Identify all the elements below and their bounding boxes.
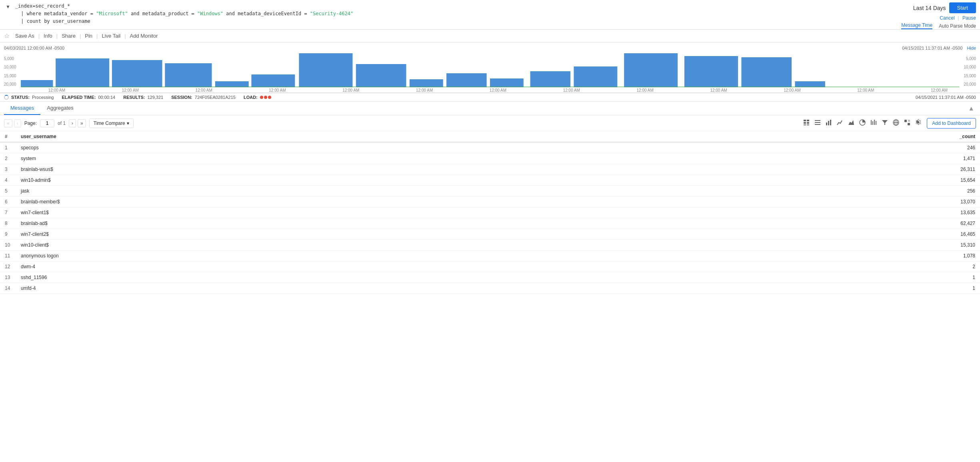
save-as-button[interactable]: Save As bbox=[12, 31, 38, 40]
favorite-button[interactable]: ☆ bbox=[4, 31, 12, 40]
auto-parse-option[interactable]: Auto Parse Mode bbox=[939, 23, 976, 29]
cell-num: 2 bbox=[0, 153, 16, 164]
chart-area: 04/03/2021 12:00:00 AM -0500 04/15/2021 … bbox=[0, 42, 980, 93]
load-dot-1 bbox=[260, 96, 263, 99]
cell-count: 13,635 bbox=[650, 207, 980, 218]
pin-button[interactable]: Pin bbox=[82, 31, 96, 40]
svg-rect-11 bbox=[530, 71, 571, 87]
cell-num: 1 bbox=[0, 142, 16, 153]
live-tail-button[interactable]: Live Tail bbox=[98, 31, 124, 40]
area-chart-button[interactable] bbox=[846, 118, 856, 129]
cell-username: system bbox=[16, 153, 650, 164]
cell-username: brainlab-member$ bbox=[16, 197, 650, 207]
pivot-button[interactable] bbox=[902, 118, 912, 129]
status-right: 04/15/2021 11:37:01 AM -0500 bbox=[916, 95, 976, 100]
col-header-username[interactable]: user_username bbox=[16, 131, 650, 142]
bar-chart-button[interactable] bbox=[824, 118, 834, 129]
svg-rect-28 bbox=[828, 121, 829, 125]
start-button[interactable]: Start bbox=[949, 2, 976, 13]
table-row[interactable]: 10 win10-client$ 15,310 bbox=[0, 240, 980, 251]
collapse-results-button[interactable]: ▲ bbox=[966, 103, 976, 114]
cell-num: 14 bbox=[0, 283, 16, 294]
table-row[interactable]: 6 brainlab-member$ 13,070 bbox=[0, 197, 980, 207]
info-button[interactable]: Info bbox=[40, 31, 56, 40]
svg-rect-7 bbox=[356, 64, 406, 87]
table-row[interactable]: 1 specops 246 bbox=[0, 142, 980, 153]
add-monitor-button[interactable]: Add Monitor bbox=[127, 31, 161, 40]
hide-chart-button[interactable]: Hide bbox=[967, 46, 976, 50]
next-page-button[interactable]: › bbox=[69, 119, 76, 127]
page-label: Page: bbox=[24, 121, 37, 126]
histogram-chart bbox=[4, 51, 976, 87]
chart-left-date: 04/03/2021 12:00:00 AM -0500 bbox=[4, 46, 64, 50]
table-row[interactable]: 9 win7-client2$ 16,465 bbox=[0, 229, 980, 240]
cell-count: 246 bbox=[650, 142, 980, 153]
cell-num: 6 bbox=[0, 197, 16, 207]
pie-chart-button[interactable] bbox=[857, 118, 868, 129]
table-row[interactable]: 2 system 1,471 bbox=[0, 153, 980, 164]
view-icons-group bbox=[801, 118, 924, 129]
col-header-count[interactable]: _count bbox=[650, 131, 980, 142]
chart-time-labels: 12:00 AM 12:00 AM 12:00 AM 12:00 AM 12:0… bbox=[4, 88, 976, 92]
svg-rect-26 bbox=[815, 124, 820, 125]
table-header-row: # user_username _count bbox=[0, 131, 980, 142]
table-view-button[interactable] bbox=[801, 118, 812, 129]
svg-rect-40 bbox=[908, 123, 910, 125]
message-time-option[interactable]: Message Time bbox=[901, 22, 932, 29]
svg-rect-27 bbox=[826, 123, 827, 125]
table-row[interactable]: 8 brainlab-ad$ 62,427 bbox=[0, 218, 980, 229]
load-dot-3 bbox=[268, 96, 271, 99]
filter-button[interactable] bbox=[880, 118, 890, 129]
y-axis-right-labels: 20,000 15,000 10,000 5,000 bbox=[960, 51, 976, 87]
cell-username: brainlab-ad$ bbox=[16, 218, 650, 229]
table-row[interactable]: 13 sshd_11596 1 bbox=[0, 272, 980, 283]
query-expand-button[interactable]: ▼ bbox=[4, 3, 12, 10]
table-body: 1 specops 246 2 system 1,471 3 brainlab-… bbox=[0, 142, 980, 294]
settings-button[interactable] bbox=[913, 118, 924, 129]
config-chart-button[interactable] bbox=[868, 118, 879, 129]
chart-right-date: 04/15/2021 11:37:01 AM -0500 bbox=[902, 46, 962, 50]
table-scroll-area[interactable]: # user_username _count 1 specops 246 2 s… bbox=[0, 131, 980, 294]
svg-rect-2 bbox=[112, 60, 162, 87]
svg-rect-0 bbox=[21, 80, 53, 87]
prev-page-button[interactable]: ‹ bbox=[14, 119, 21, 127]
svg-rect-14 bbox=[684, 56, 738, 87]
results-tabs: Messages Aggregates ▲ bbox=[0, 102, 980, 115]
status-spinner bbox=[4, 95, 9, 100]
query-line-1: _index=sec_record_* bbox=[15, 2, 845, 10]
svg-rect-19 bbox=[807, 120, 809, 121]
cell-username: jask bbox=[16, 186, 650, 197]
table-row[interactable]: 4 win10-admin$ 15,654 bbox=[0, 175, 980, 186]
cell-num: 4 bbox=[0, 175, 16, 186]
cell-count: 1,471 bbox=[650, 153, 980, 164]
svg-rect-23 bbox=[807, 125, 809, 125]
share-button[interactable]: Share bbox=[58, 31, 79, 40]
last-page-button[interactable]: » bbox=[78, 119, 86, 127]
first-page-button[interactable]: « bbox=[4, 119, 12, 127]
table-row[interactable]: 11 anonymous logon 1,078 bbox=[0, 251, 980, 261]
cell-count: 26,311 bbox=[650, 164, 980, 175]
table-row[interactable]: 3 brainlab-wsus$ 26,311 bbox=[0, 164, 980, 175]
page-of-label: of 1 bbox=[58, 121, 66, 126]
add-to-dashboard-button[interactable]: Add to Dashboard bbox=[927, 118, 976, 129]
line-chart-button[interactable] bbox=[835, 118, 845, 129]
time-compare-dropdown-icon: ▾ bbox=[127, 121, 129, 126]
table-row[interactable]: 12 dwm-4 2 bbox=[0, 261, 980, 272]
table-row[interactable]: 7 win7-client1$ 13,635 bbox=[0, 207, 980, 218]
query-line-2: | where metadata_vendor = "Microsoft" an… bbox=[15, 10, 845, 18]
pagination-nav: « ‹ Page: of 1 › » bbox=[4, 119, 86, 127]
col-header-num[interactable]: # bbox=[0, 131, 16, 142]
tab-aggregates[interactable]: Aggregates bbox=[40, 102, 80, 115]
table-row[interactable]: 5 jask 256 bbox=[0, 186, 980, 197]
tab-messages[interactable]: Messages bbox=[4, 102, 40, 115]
time-compare-button[interactable]: Time Compare ▾ bbox=[89, 119, 134, 128]
page-number-input[interactable] bbox=[40, 119, 54, 127]
svg-rect-18 bbox=[804, 120, 806, 121]
pause-button[interactable]: Pause bbox=[962, 15, 976, 21]
list-view-button[interactable] bbox=[812, 118, 823, 129]
svg-rect-6 bbox=[299, 53, 352, 87]
map-button[interactable] bbox=[891, 118, 901, 129]
cancel-button[interactable]: Cancel bbox=[940, 15, 954, 21]
table-row[interactable]: 14 umfd-4 1 bbox=[0, 283, 980, 294]
svg-rect-1 bbox=[56, 58, 109, 87]
